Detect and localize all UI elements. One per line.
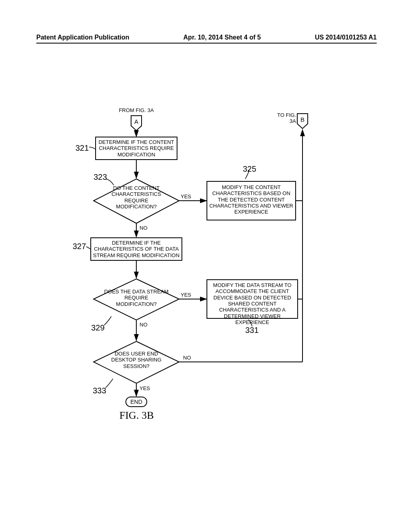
refnum-331: 331 xyxy=(245,326,259,335)
process-321-text: DETERMINE IF THE CONTENT CHARACTERISTICS… xyxy=(97,139,176,158)
decision-323-text: DO THE CONTENT CHARACTERISTICS REQUIRE M… xyxy=(108,185,165,210)
refnum-321: 321 xyxy=(75,143,89,153)
connector-a-label: A xyxy=(131,118,142,125)
label-no-329: NO xyxy=(140,322,148,328)
connector-a-from-label: FROM FIG. 3A xyxy=(113,107,160,113)
label-yes-323: YES xyxy=(181,193,191,200)
process-327-text: DETERMINE IF THE CHARACTERISTICS OF THE … xyxy=(92,240,181,258)
terminator-end-text: END xyxy=(126,399,147,405)
refnum-327: 327 xyxy=(73,242,86,251)
label-yes-329: YES xyxy=(181,292,191,298)
page: Patent Application Publication Apr. 10, … xyxy=(0,0,413,532)
refnum-325: 325 xyxy=(243,164,256,174)
decision-329-text: DOES THE DATA STREAM REQUIRE MODIFICATIO… xyxy=(104,289,169,307)
label-yes-333: YES xyxy=(140,385,150,391)
label-no-333: NO xyxy=(183,355,191,361)
refnum-323: 323 xyxy=(94,172,107,182)
decision-333-text: DOES USER END DESKTOP SHARING SESSION? xyxy=(108,351,165,369)
flowchart-svg xyxy=(0,0,413,532)
figure-caption: FIG. 3B xyxy=(119,409,154,422)
process-331-text: MODIFY THE DATA STREAM TO ACCOMMODATE TH… xyxy=(209,282,296,325)
refnum-329: 329 xyxy=(91,323,104,332)
process-325-text: MODIFY THE CONTENT CHARACTERISTICS BASED… xyxy=(209,184,294,215)
label-no-323: NO xyxy=(140,225,148,231)
refnum-333: 333 xyxy=(93,386,106,395)
connector-b-label: B xyxy=(297,116,308,123)
connector-b-to-label: TO FIG. 3A xyxy=(276,112,296,125)
